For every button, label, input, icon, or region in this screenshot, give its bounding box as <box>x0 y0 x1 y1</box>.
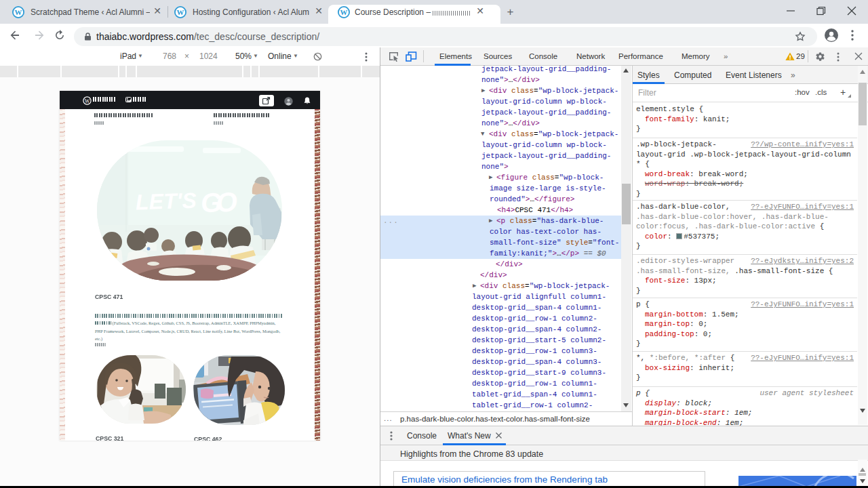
svg-text:W: W <box>340 8 348 16</box>
svg-text:GO: GO <box>200 186 238 218</box>
svg-text:LET'S: LET'S <box>135 188 197 214</box>
svg-text:W: W <box>15 8 22 16</box>
svg-text:W: W <box>177 8 184 16</box>
svg-text:W: W <box>85 98 90 104</box>
